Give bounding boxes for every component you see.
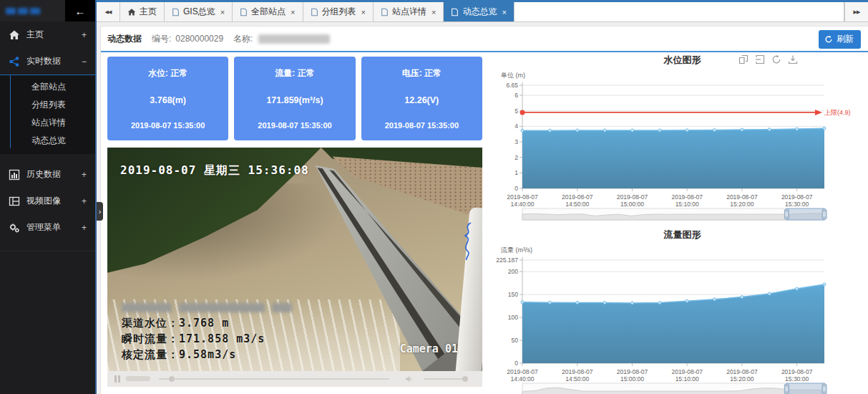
- data-point[interactable]: [521, 129, 524, 132]
- card-title: 水位: 正常: [148, 67, 187, 80]
- left-arrow-icon: ←: [75, 5, 86, 17]
- flow-chart-header: 流量图形: [495, 229, 868, 243]
- chart-toolbox: [738, 54, 798, 64]
- volume-icon[interactable]: [405, 375, 414, 383]
- datazoom-window[interactable]: [786, 383, 824, 394]
- data-point[interactable]: [741, 296, 743, 299]
- data-point[interactable]: [548, 301, 551, 304]
- y-tick-label: 100: [508, 314, 518, 321]
- x-tick-date: 2019-08-07: [781, 193, 813, 201]
- sidebar-item-history-data[interactable]: 历史数据 +: [0, 161, 95, 188]
- sidebar-item-dynamic-overview[interactable]: 动态总览: [0, 132, 95, 150]
- zoom-reset-icon[interactable]: [755, 54, 765, 64]
- water-level-chart[interactable]: 单位 (m)01234566.65上限(4.9)2019-08-0714:40:…: [495, 68, 868, 223]
- sidebar-item-video-image[interactable]: 视频图像 +: [0, 188, 95, 214]
- sidebar-header: ←: [0, 0, 95, 21]
- sidebar-expand-handle[interactable]: ›: [97, 202, 103, 221]
- x-tick-time: 15:20:00: [730, 375, 754, 383]
- tab-bar-spacer: [515, 2, 844, 21]
- data-point[interactable]: [603, 302, 606, 304]
- x-tick-time: 15:10:00: [676, 375, 699, 383]
- datazoom-handle[interactable]: [822, 209, 826, 219]
- seek-handle[interactable]: [169, 376, 175, 382]
- sidebar-item-realtime-data[interactable]: 实时数据 −: [0, 48, 95, 75]
- sidebar-item-management-menu[interactable]: 管理菜单 +: [0, 214, 95, 241]
- data-point[interactable]: [823, 283, 826, 286]
- chevron-right-icon: ›: [99, 207, 102, 216]
- data-point[interactable]: [576, 301, 579, 304]
- collapse-minus-icon: −: [82, 57, 87, 67]
- y-tick-label: 6: [515, 92, 518, 99]
- expand-plus-icon: +: [82, 30, 87, 40]
- data-point[interactable]: [548, 129, 551, 132]
- x-tick-date: 2019-08-07: [726, 368, 758, 375]
- data-point[interactable]: [631, 129, 634, 132]
- seek-bar[interactable]: [159, 378, 389, 380]
- tab-close-icon[interactable]: ×: [431, 8, 436, 16]
- refresh-button[interactable]: 刷新: [819, 30, 861, 49]
- restore-icon[interactable]: [771, 54, 781, 64]
- data-point[interactable]: [713, 129, 716, 132]
- sidebar: ← 主页 + 实时数据 − 全部站点 分组列表 站点详情 动态总览: [0, 0, 97, 394]
- tab-station-detail[interactable]: 站点详情 ×: [374, 2, 444, 21]
- datazoom-handle[interactable]: [822, 384, 826, 394]
- tab-group-list[interactable]: 分组列表 ×: [303, 2, 374, 21]
- sidebar-collapse-button[interactable]: ←: [65, 0, 95, 21]
- data-point[interactable]: [713, 298, 716, 301]
- tab-gis-overview[interactable]: GIS总览 ×: [165, 2, 233, 21]
- tab-home[interactable]: 主页: [120, 2, 165, 21]
- tab-close-icon[interactable]: ×: [361, 8, 366, 16]
- sidebar-item-home[interactable]: 主页 +: [0, 21, 95, 48]
- datazoom-handle[interactable]: [784, 384, 789, 394]
- data-point[interactable]: [576, 129, 579, 132]
- y-tick-label: 4: [515, 122, 518, 130]
- save-image-icon[interactable]: [788, 54, 798, 64]
- data-point[interactable]: [741, 128, 743, 131]
- water-level-chart-header: 水位图形: [495, 54, 868, 68]
- data-point[interactable]: [603, 129, 606, 132]
- x-tick-date: 2019-08-07: [781, 368, 813, 375]
- datazoom-handle[interactable]: [784, 209, 789, 219]
- x-tick-time: 15:30:00: [785, 375, 809, 383]
- data-point[interactable]: [658, 129, 661, 132]
- data-point[interactable]: [768, 128, 771, 131]
- camera-video-viewport[interactable]: 2019-08-07 星期三 15:36:08 渠道水位：3.768 m 瞬时流…: [107, 148, 482, 371]
- data-point[interactable]: [686, 129, 688, 132]
- osd-water-level: 渠道水位：3.768 m: [122, 315, 292, 331]
- datazoom-window[interactable]: [786, 208, 824, 220]
- share-nodes-icon: [9, 56, 20, 67]
- tabs-scroll-right-button[interactable]: ▶▶: [844, 2, 868, 21]
- sidebar-item-group-list[interactable]: 分组列表: [0, 96, 95, 114]
- x-tick-time: 14:50:00: [565, 201, 589, 208]
- tab-all-stations[interactable]: 全部站点 ×: [233, 2, 303, 21]
- data-point[interactable]: [796, 128, 799, 130]
- data-point[interactable]: [631, 302, 634, 304]
- tab-close-icon[interactable]: ×: [220, 8, 225, 16]
- tab-dynamic-overview[interactable]: 动态总览 ×: [444, 2, 514, 21]
- station-name-osd-redacted: [122, 303, 292, 312]
- expand-plus-icon: +: [82, 223, 87, 233]
- pause-icon[interactable]: [114, 375, 120, 383]
- sidebar-item-station-detail[interactable]: 站点详情: [0, 114, 95, 132]
- x-tick-time: 15:00:00: [620, 375, 644, 383]
- data-point[interactable]: [768, 292, 771, 295]
- tab-close-icon[interactable]: ×: [502, 8, 506, 16]
- data-zoom-icon[interactable]: [738, 54, 748, 64]
- volume-handle[interactable]: [462, 376, 468, 382]
- data-point[interactable]: [823, 127, 826, 130]
- flow-chart[interactable]: 流量 (m³/s)050100150200225.1872019-08-0714…: [495, 243, 868, 394]
- tab-label: 主页: [140, 6, 157, 18]
- volume-slider[interactable]: [424, 378, 467, 380]
- card-timestamp: 2019-08-07 15:35:00: [131, 121, 205, 130]
- tabs-scroll-left-button[interactable]: ◀◀: [97, 2, 120, 21]
- data-point[interactable]: [658, 302, 661, 304]
- video-controls-bar: [107, 371, 482, 387]
- video-time-display: [126, 376, 150, 381]
- data-point[interactable]: [796, 287, 799, 290]
- area-series: [522, 128, 824, 188]
- data-point[interactable]: [686, 299, 688, 302]
- file-icon: [381, 8, 389, 16]
- sidebar-item-all-stations[interactable]: 全部站点: [0, 78, 95, 96]
- tab-close-icon[interactable]: ×: [291, 8, 295, 16]
- data-point[interactable]: [521, 301, 524, 304]
